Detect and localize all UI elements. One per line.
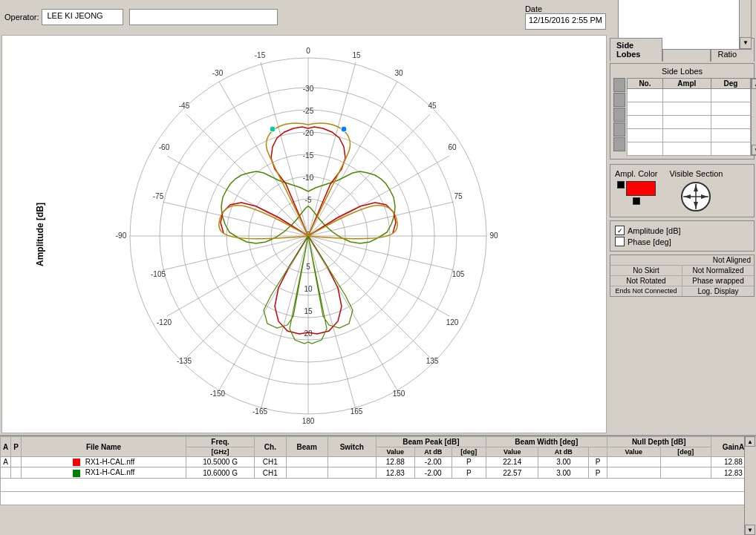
row2-ch: CH1 [255, 467, 287, 478]
sl-col-deg: Deg [711, 79, 750, 89]
svg-line-18 [308, 236, 356, 410]
svg-text:-15: -15 [254, 51, 265, 59]
row2-p [11, 467, 22, 478]
table-row[interactable]: RX1-H-CAL.nff 10.6000 G CH1 12.83 -2.00 … [1, 467, 756, 478]
svg-line-14 [308, 236, 454, 270]
compass-icon[interactable] [680, 181, 711, 212]
amplitude-checkbox[interactable]: ✓ [615, 226, 625, 235]
svg-text:-150: -150 [209, 390, 224, 398]
sl-check-1[interactable] [613, 78, 625, 92]
svg-text:-135: -135 [176, 357, 191, 365]
svg-text:0: 0 [306, 47, 310, 55]
status-no-skirt: No Skirt [610, 266, 682, 275]
row2-a [1, 467, 11, 478]
svg-line-24 [163, 236, 308, 270]
ampl-color-box[interactable] [626, 181, 656, 196]
svg-line-22 [186, 236, 308, 358]
row2-bw-atdb: 3.00 [538, 467, 589, 478]
operator-label: Operator: [4, 13, 39, 22]
row1-p [11, 457, 22, 467]
sl-scrollbar[interactable]: ▲ ▼ [751, 78, 756, 156]
scroll-down-btn[interactable]: ▼ [740, 37, 752, 49]
svg-text:-105: -105 [150, 270, 165, 278]
th-bw-p [589, 447, 607, 457]
svg-text:135: 135 [426, 357, 438, 365]
title-input[interactable] [129, 9, 278, 25]
th-bp-atdb: At dB [414, 447, 452, 457]
svg-line-30 [261, 62, 308, 236]
ampl-color-up[interactable] [617, 181, 625, 188]
svg-text:60: 60 [448, 143, 457, 151]
visible-section-label: Visible Section [669, 169, 723, 178]
th-beam-width: Beam Width [deg] [486, 437, 607, 447]
ampl-color-down[interactable] [633, 197, 640, 205]
svg-text:-30: -30 [212, 69, 223, 77]
th-freq: Freq. [186, 437, 255, 447]
row2-beam [286, 467, 328, 478]
status-log-display: Log. Display [682, 286, 754, 296]
svg-text:90: 90 [489, 232, 498, 240]
row1-color-dot [73, 459, 80, 466]
sl-check-3[interactable] [613, 108, 625, 122]
th-a: A [1, 437, 11, 457]
status-not-aligned: Not Aligned [713, 256, 751, 264]
row2-bw-value: 22.57 [486, 467, 538, 478]
polar-plot: -5 -10 -15 -20 -25 -30 0 5 10 15 20 [78, 43, 538, 429]
date-value: 12/15/2016 2:55 PM [525, 13, 606, 30]
svg-text:5: 5 [306, 263, 310, 271]
svg-line-26 [163, 202, 308, 236]
th-beam: Beam [286, 437, 328, 457]
svg-text:-120: -120 [156, 318, 171, 326]
bottom-scroll-down[interactable]: ▼ [745, 525, 755, 535]
bottom-scroll-up[interactable]: ▲ [745, 436, 755, 447]
tab-side-lobes[interactable]: Side Lobes [610, 38, 662, 62]
th-bp-value: Value [376, 447, 414, 457]
svg-text:150: 150 [392, 390, 405, 398]
th-bw-atdb: At dB [538, 447, 589, 457]
row2-bp-p: P [452, 467, 486, 478]
phase-checkbox[interactable] [615, 237, 625, 246]
svg-line-21 [219, 236, 308, 390]
row1-beam [286, 457, 328, 467]
sl-check-4[interactable] [613, 122, 625, 137]
row1-bp-p: P [452, 457, 486, 467]
th-ch: Ch. [255, 437, 287, 457]
status-not-normalized: Not Normalized [682, 266, 754, 275]
sl-scroll-up[interactable]: ▲ [752, 79, 756, 89]
row2-filename: RX1-H-CAL.nff [22, 467, 186, 478]
svg-line-20 [261, 236, 308, 410]
sl-scroll-down[interactable]: ▼ [752, 145, 756, 155]
status-ends-not-connected: Ends Not Connected [610, 286, 682, 296]
svg-text:-30: -30 [302, 85, 313, 93]
y-axis-label: Amplitude [dB] [35, 203, 45, 266]
sl-check-2[interactable] [613, 93, 625, 107]
row1-bw-atdb: 3.00 [538, 457, 589, 467]
svg-point-66 [341, 126, 347, 132]
svg-line-10 [308, 114, 430, 236]
svg-text:-25: -25 [302, 107, 313, 115]
ampl-color-label: Ampl. Color [615, 169, 657, 178]
svg-line-12 [308, 202, 454, 236]
row2-null-v [607, 467, 660, 478]
table-row-empty [1, 478, 756, 491]
svg-line-8 [308, 62, 356, 236]
phase-label: Phase [deg] [628, 237, 671, 246]
row1-bp-value: 12.88 [376, 457, 414, 467]
top-right-scrollbar[interactable]: ▲ ▼ [739, 0, 751, 49]
row1-freq: 10.5000 G [186, 457, 255, 467]
svg-text:120: 120 [446, 318, 458, 326]
svg-text:45: 45 [428, 102, 437, 110]
svg-text:75: 75 [454, 192, 463, 200]
row2-freq: 10.6000 G [186, 467, 255, 478]
th-freq-unit: [GHz] [186, 447, 255, 457]
bottom-scrollbar[interactable]: ▲ ▼ [744, 436, 756, 535]
svg-text:20: 20 [304, 329, 313, 338]
table-row[interactable]: A RX1-H-CAL.nff 10.5000 G CH1 12.88 [1, 457, 756, 467]
svg-text:15: 15 [304, 307, 313, 315]
row1-filename: RX1-H-CAL.nff [22, 457, 186, 467]
th-null-value: Value [607, 447, 660, 457]
sl-check-5[interactable] [613, 137, 625, 151]
svg-text:15: 15 [352, 51, 361, 59]
svg-text:-15: -15 [302, 151, 313, 160]
row2-bp-atdb: -2.00 [414, 467, 452, 478]
